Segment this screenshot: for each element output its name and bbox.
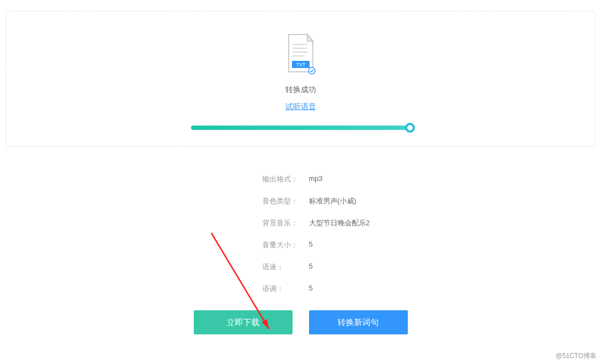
setting-label: 音色类型：: [262, 196, 309, 206]
setting-tone: 语调： 5: [262, 284, 411, 294]
progress-track: [191, 126, 411, 130]
setting-value: 5: [309, 240, 313, 250]
progress-bar[interactable]: [191, 126, 411, 130]
setting-value: 大型节日晚会配乐2: [309, 218, 370, 228]
setting-label: 语调：: [262, 284, 309, 294]
setting-label: 语速：: [262, 262, 309, 272]
setting-value: mp3: [309, 174, 323, 184]
setting-bg-music: 背景音乐： 大型节日晚会配乐2: [262, 218, 411, 228]
setting-value: 标准男声(小威): [309, 196, 357, 206]
preview-audio-link[interactable]: 试听语音: [285, 102, 316, 111]
setting-value: 5: [309, 284, 313, 294]
setting-label: 输出格式：: [262, 174, 309, 184]
progress-thumb[interactable]: [405, 123, 415, 133]
setting-label: 音量大小：: [262, 240, 309, 250]
action-buttons: 立即下载 转换新词句: [191, 310, 411, 334]
download-button[interactable]: 立即下载: [194, 310, 293, 334]
txt-file-icon: TXT: [284, 33, 317, 77]
setting-voice-type: 音色类型： 标准男声(小威): [262, 196, 411, 206]
setting-output-format: 输出格式： mp3: [262, 174, 411, 184]
setting-speed: 语速： 5: [262, 262, 411, 272]
settings-list: 输出格式： mp3 音色类型： 标准男声(小威) 背景音乐： 大型节日晚会配乐2…: [191, 174, 411, 294]
conversion-status: 转换成功: [6, 85, 595, 95]
setting-value: 5: [309, 262, 313, 272]
setting-volume: 音量大小： 5: [262, 240, 411, 250]
convert-new-button[interactable]: 转换新词句: [309, 310, 408, 334]
watermark-text: @51CTO博客: [555, 351, 597, 361]
setting-label: 背景音乐：: [262, 218, 309, 228]
upload-panel: TXT 转换成功 试听语音: [5, 11, 596, 147]
svg-text:TXT: TXT: [296, 62, 306, 67]
